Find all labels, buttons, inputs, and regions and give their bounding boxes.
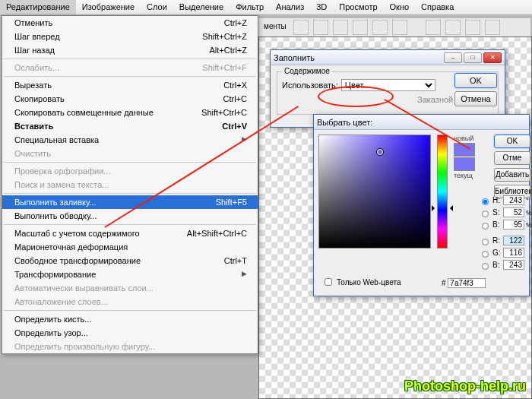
use-label: Использовать:: [282, 81, 338, 90]
menu-item[interactable]: Шаг впередShift+Ctrl+Z: [2, 30, 258, 43]
menu-анализ[interactable]: Анализ: [270, 0, 310, 14]
menu-item: Автоналожение слоев...: [2, 295, 258, 309]
options-bar: менты: [258, 18, 530, 36]
color-picker-dialog: Выбрать цвет: новый текущ OK Отме Добави…: [313, 114, 530, 296]
menu-item[interactable]: Выполнить обводку...: [2, 209, 258, 223]
menu-item[interactable]: Свободное трансформированиеCtrl+T: [2, 254, 258, 268]
s-input[interactable]: [503, 207, 524, 217]
menu-item[interactable]: Определить узор...: [2, 326, 258, 340]
sv-color-field[interactable]: [318, 135, 431, 249]
color-fields: H:° L: S:% a: B:% b: R: C: G: M: B: Y: K…: [478, 194, 532, 283]
menu-выделение[interactable]: Выделение: [173, 0, 230, 14]
g-radio[interactable]: [482, 251, 489, 258]
menu-item[interactable]: Марионеточная деформация: [2, 240, 258, 254]
picker-cancel-button[interactable]: Отме: [494, 151, 530, 165]
menu-item: Определить произвольную фигуру...: [2, 340, 258, 353]
menu-item[interactable]: Определить кисть...: [2, 312, 258, 326]
dist-btn[interactable]: [426, 20, 441, 35]
fill-title: Заполнить: [274, 53, 315, 62]
picker-titlebar[interactable]: Выбрать цвет:: [314, 115, 529, 130]
hex-input[interactable]: [448, 278, 486, 288]
menu-item[interactable]: ОтменитьCtrl+Z: [2, 16, 258, 30]
menu-item: Ослабить...Shift+Ctrl+F: [2, 61, 258, 74]
align-btn[interactable]: [333, 20, 348, 35]
align-btn[interactable]: [372, 20, 388, 35]
current-color-swatch[interactable]: [454, 157, 475, 171]
r-radio[interactable]: [482, 239, 489, 245]
menu-слои[interactable]: Слои: [141, 0, 173, 14]
current-label: текущ: [454, 172, 475, 179]
edit-menu-dropdown: ОтменитьCtrl+ZШаг впередShift+Ctrl+ZШаг …: [2, 15, 258, 354]
picker-title: Выбрать цвет:: [317, 118, 372, 127]
new-color-swatch: [454, 143, 475, 157]
menu-item[interactable]: ВставитьCtrl+V: [2, 119, 258, 133]
menu-item[interactable]: Масштаб с учетом содержимогоAlt+Shift+Ct…: [2, 226, 258, 240]
picker-ok-button[interactable]: OK: [494, 135, 530, 148]
align-btn[interactable]: [353, 20, 368, 35]
align-btn[interactable]: [293, 20, 309, 35]
content-legend: Содержимое: [282, 67, 332, 75]
hue-slider[interactable]: [437, 135, 448, 249]
menu-справка[interactable]: Справка: [415, 0, 460, 14]
menu-фильтр[interactable]: Фильтр: [230, 0, 270, 14]
hex-label: #: [442, 279, 446, 287]
menu-item[interactable]: Скопировать совмещенные данныеShift+Ctrl…: [2, 106, 258, 119]
menu-item: Проверка орфографии...: [2, 164, 258, 178]
blue-input[interactable]: [503, 260, 524, 270]
menu-редактирование[interactable]: Редактирование: [0, 0, 76, 14]
menu-item[interactable]: Шаг назадAlt+Ctrl+Z: [2, 43, 258, 57]
menu-item: Очистить: [2, 147, 258, 160]
minimize-icon[interactable]: –: [444, 52, 462, 63]
blue-radio[interactable]: [482, 263, 489, 270]
new-label: новый: [454, 135, 475, 142]
menu-item[interactable]: Выполнить заливку...Shift+F5: [2, 195, 258, 209]
fill-titlebar[interactable]: Заполнить – □ ✕: [271, 50, 505, 65]
menu-окно[interactable]: Окно: [384, 0, 416, 14]
menu-item: Поиск и замена текста...: [2, 178, 258, 192]
watermark: Photoshop-help.ru: [404, 378, 526, 394]
options-tab: менты: [261, 20, 289, 35]
bright-input[interactable]: [503, 220, 524, 230]
close-icon[interactable]: ✕: [483, 52, 502, 63]
web-only-label: Только Web-цвета: [337, 278, 401, 287]
menu-изображение[interactable]: Изображение: [76, 0, 141, 14]
picker-add-button[interactable]: Добавить: [494, 168, 530, 182]
h-input[interactable]: [503, 195, 524, 205]
dist-btn[interactable]: [465, 20, 480, 35]
menu-item: Автоматически выравнивать слои...: [2, 281, 258, 295]
maximize-icon[interactable]: □: [464, 52, 482, 63]
h-radio[interactable]: [482, 198, 489, 205]
dist-btn[interactable]: [485, 20, 500, 35]
use-select[interactable]: Цвет...: [341, 79, 435, 91]
top-menubar: РедактированиеИзображениеСлоиВыделениеФи…: [0, 0, 532, 15]
align-btn[interactable]: [313, 20, 328, 35]
fill-cancel-button[interactable]: Отмена: [454, 91, 497, 106]
sv-handle-icon[interactable]: [377, 149, 383, 155]
menu-item[interactable]: Специальная вставка▶: [2, 133, 258, 147]
b-radio[interactable]: [482, 223, 489, 230]
s-radio[interactable]: [482, 211, 489, 217]
fill-ok-button[interactable]: OK: [454, 73, 497, 88]
menu-item[interactable]: СкопироватьCtrl+C: [2, 92, 258, 106]
web-only-checkbox[interactable]: [325, 278, 332, 286]
align-btn[interactable]: [392, 20, 407, 35]
dist-btn[interactable]: [445, 20, 461, 35]
g-input[interactable]: [503, 248, 524, 258]
menu-3d[interactable]: 3D: [310, 0, 333, 14]
menu-просмотр[interactable]: Просмотр: [333, 0, 383, 14]
menu-item[interactable]: Трансформирование▶: [2, 268, 258, 281]
hue-handle-icon[interactable]: [435, 205, 450, 207]
r-input[interactable]: [503, 236, 524, 245]
menu-item[interactable]: ВырезатьCtrl+X: [2, 78, 258, 92]
